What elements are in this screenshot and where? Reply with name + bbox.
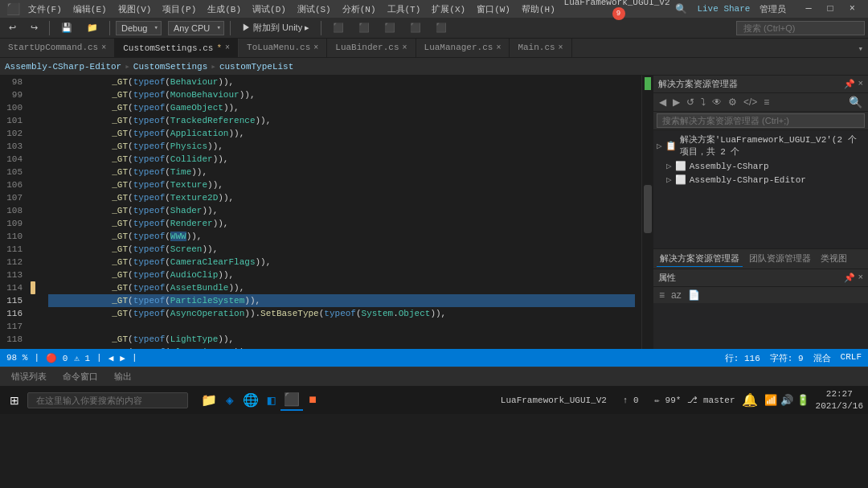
tree-solution-root[interactable]: ▷ 📋 解决方案'LuaFramework_UGUI_V2'(2 个项目，共 2…	[653, 132, 868, 159]
sol-collapse-btn[interactable]: ⤵	[698, 96, 708, 109]
taskbar-git-branch[interactable]: LuaFramework_UGUI_V2 ↑ 0 ✏ 99*	[501, 395, 682, 405]
live-share-btn[interactable]: Live Share	[697, 4, 750, 14]
line-ending-info[interactable]: CRLF	[841, 352, 862, 364]
undo-btn[interactable]: ↩	[3, 20, 22, 35]
tab-luamanager[interactable]: LuaManager.cs ×	[416, 39, 510, 57]
account-btn[interactable]: 管理员	[760, 3, 786, 15]
save-btn[interactable]: 💾	[55, 20, 78, 35]
toolbar-btn3[interactable]: ⬛	[379, 20, 401, 35]
save-all-btn[interactable]: 📁	[81, 20, 104, 35]
tab-main[interactable]: Main.cs ×	[510, 39, 571, 57]
debug-mode-combo[interactable]: Debug	[116, 21, 162, 35]
props-close-btn[interactable]: ×	[858, 273, 863, 283]
search-icon[interactable]: 🔍	[675, 3, 687, 15]
battery-icon[interactable]: 🔋	[796, 394, 809, 407]
editor-scrollbar[interactable]	[641, 76, 653, 349]
encoding-info[interactable]: 混合	[813, 352, 831, 364]
warning-count[interactable]: ⚠ 1	[74, 353, 90, 363]
tab-main-close[interactable]: ×	[559, 43, 563, 52]
title-menu-help[interactable]: 帮助(H)	[518, 3, 559, 15]
props-page-btn[interactable]: 📄	[686, 289, 702, 301]
title-menu-extensions[interactable]: 扩展(X)	[428, 3, 469, 15]
tab-luabinder[interactable]: LuaBinder.cs ×	[327, 39, 416, 57]
debug-mode-select[interactable]: Debug	[116, 21, 162, 35]
taskbar-app-edge[interactable]: ◈	[223, 391, 237, 410]
sol-filter-btn[interactable]: ⚙	[726, 96, 739, 109]
taskbar-branch-name[interactable]: ⎇ master	[687, 395, 735, 405]
toolbar-btn4[interactable]: ⬛	[404, 20, 427, 35]
maximize-btn[interactable]: □	[821, 2, 840, 16]
tab-custom-settings[interactable]: CustomSettings.cs * ×	[115, 39, 239, 57]
tab-custom-close[interactable]: ×	[225, 43, 230, 52]
props-pin-btn[interactable]: 📌	[844, 273, 855, 283]
taskbar-clock[interactable]: 22:27 2021/3/16	[816, 388, 863, 412]
start-button[interactable]: ⊞	[5, 392, 24, 408]
sol-show-all-btn[interactable]: 👁	[710, 96, 724, 109]
props-alpha-btn[interactable]: az	[669, 289, 684, 301]
solution-search-input[interactable]	[657, 113, 865, 128]
panel-close-btn[interactable]: ×	[858, 79, 863, 89]
tab-luamanager-close[interactable]: ×	[496, 43, 501, 52]
tree-assembly-csharp[interactable]: ▷ ⬜ Assembly-CSharp	[653, 159, 868, 173]
taskbar-app-vs[interactable]: ⬛	[280, 390, 303, 411]
sol-search-btn[interactable]: 🔍	[846, 95, 865, 109]
title-menu-build[interactable]: 生成(B)	[204, 3, 244, 15]
navigate-back[interactable]: ◀	[108, 353, 114, 363]
title-menu-view[interactable]: 视图(V)	[115, 3, 155, 15]
right-tab-solution[interactable]: 解决方案资源管理器	[657, 251, 743, 267]
toolbar-btn1[interactable]: ⬛	[327, 20, 350, 35]
error-count[interactable]: 🔴 0	[46, 353, 68, 363]
sol-refresh-btn[interactable]: ↺	[684, 96, 697, 109]
sol-code-btn[interactable]: </>	[741, 96, 760, 109]
sol-prop-btn[interactable]: ≡	[761, 96, 772, 109]
tab-startup[interactable]: StartUpCommand.cs ×	[0, 39, 115, 57]
attach-unity-btn[interactable]: ▶ 附加到 Unity ▸	[236, 19, 315, 36]
right-tab-team[interactable]: 团队资源管理器	[746, 251, 814, 267]
taskbar-app-unity[interactable]: ■	[305, 392, 320, 409]
taskbar-app-explorer[interactable]: 📁	[198, 391, 220, 410]
cpu-combo[interactable]: Any CPU	[168, 21, 224, 35]
taskbar-app-vscode[interactable]: ◧	[264, 391, 279, 410]
search-input[interactable]	[736, 21, 865, 35]
title-menu-edit[interactable]: 编辑(E)	[70, 3, 110, 15]
tree-assembly-csharp-editor[interactable]: ▷ ⬜ Assembly-CSharp-Editor	[653, 173, 868, 187]
breadcrumb-assembly[interactable]: Assembly-CSharp-Editor	[5, 62, 121, 72]
toolbar-btn5[interactable]: ⬛	[430, 20, 452, 35]
navigate-forward[interactable]: ▶	[120, 353, 125, 363]
bottom-tab-output[interactable]: 输出	[106, 366, 140, 388]
sol-back-btn[interactable]: ◀	[657, 96, 669, 109]
bottom-tab-command[interactable]: 命令窗口	[55, 366, 106, 388]
title-menu-window[interactable]: 窗口(W)	[473, 3, 514, 15]
title-menu-file[interactable]: 文件(F)	[25, 3, 65, 15]
taskbar-app-chrome[interactable]: 🌐	[240, 391, 262, 410]
tab-startup-close[interactable]: ×	[101, 43, 106, 52]
code-content[interactable]: _GT(typeof(Behaviour)), _GT(typeof(MonoB…	[42, 76, 641, 349]
breadcrumb-member[interactable]: customTypeList	[219, 62, 293, 72]
tab-tolua[interactable]: ToLuaMenu.cs ×	[239, 39, 327, 57]
title-menu-analyze[interactable]: 分析(N)	[339, 3, 379, 15]
tab-luabinder-close[interactable]: ×	[403, 43, 407, 52]
wifi-icon[interactable]: 📶	[764, 394, 777, 407]
panel-pin-btn[interactable]: 📌	[844, 79, 855, 89]
volume-icon[interactable]: 🔊	[780, 394, 793, 407]
title-menu-debug[interactable]: 调试(D)	[249, 3, 289, 15]
toolbar-btn2[interactable]: ⬛	[353, 20, 375, 35]
redo-btn[interactable]: ↪	[25, 20, 43, 35]
scroll-thumb[interactable]	[644, 185, 652, 233]
title-menu-project[interactable]: 项目(P)	[159, 3, 199, 15]
title-menu-test[interactable]: 测试(S)	[294, 3, 334, 15]
cpu-select[interactable]: Any CPU	[168, 21, 224, 35]
zoom-level[interactable]: 98 %	[6, 353, 27, 363]
tab-tolua-close[interactable]: ×	[313, 43, 318, 52]
close-btn[interactable]: ×	[843, 2, 862, 16]
title-menu-tools[interactable]: 工具(T)	[384, 3, 424, 15]
minimize-btn[interactable]: —	[799, 2, 817, 16]
right-tab-class[interactable]: 类视图	[817, 251, 850, 267]
tab-scroll-right[interactable]: ▾	[853, 40, 868, 57]
taskbar-search-input[interactable]	[27, 392, 188, 408]
sol-forward-btn[interactable]: ▶	[670, 96, 682, 109]
bottom-tab-errors[interactable]: 错误列表	[3, 366, 55, 388]
solution-tree[interactable]: ▷ 📋 解决方案'LuaFramework_UGUI_V2'(2 个项目，共 2…	[653, 130, 868, 248]
taskbar-notification[interactable]: 🔔	[742, 392, 758, 408]
breadcrumb-class[interactable]: CustomSettings	[133, 62, 207, 72]
